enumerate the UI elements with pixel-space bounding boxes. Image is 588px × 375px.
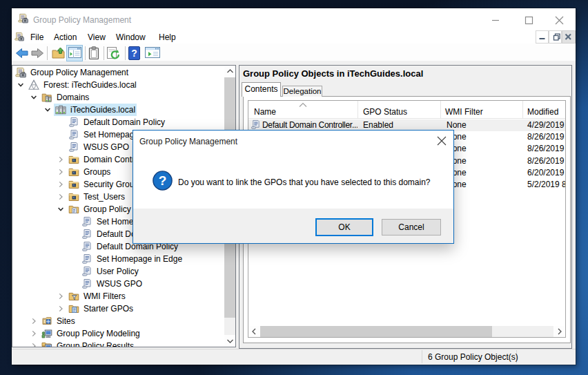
svg-text:?: ?	[131, 48, 137, 59]
svg-text:?: ?	[159, 173, 167, 188]
